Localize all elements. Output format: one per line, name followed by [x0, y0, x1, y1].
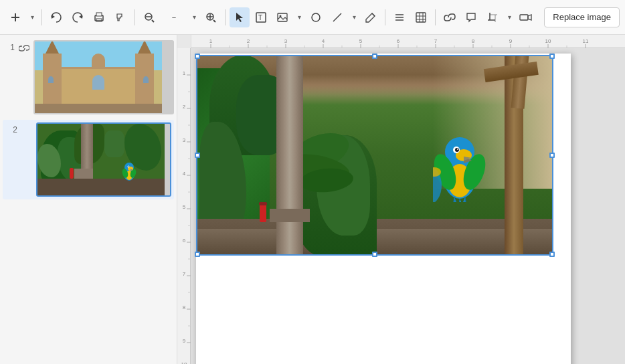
slide-panel: 1	[0, 35, 177, 364]
lines-tool-button[interactable]	[327, 7, 347, 27]
svg-text:8: 8	[183, 304, 186, 310]
svg-rect-5	[96, 13, 102, 16]
svg-line-20	[333, 13, 341, 21]
svg-marker-3	[79, 15, 82, 19]
svg-text:10: 10	[181, 361, 187, 364]
svg-text:T: T	[258, 14, 262, 21]
svg-text:7: 7	[183, 271, 186, 277]
table-button[interactable]	[411, 7, 431, 27]
slide-number-2: 2	[5, 122, 17, 134]
sep4	[385, 9, 385, 25]
align-button[interactable]	[389, 7, 410, 27]
redo-button[interactable]	[68, 7, 88, 27]
svg-line-13	[213, 20, 215, 22]
comment-button[interactable]	[461, 7, 481, 27]
select-tool-button[interactable]	[230, 7, 250, 27]
svg-rect-17	[278, 13, 287, 21]
paint-format-button[interactable]	[110, 7, 130, 27]
pencil-tool-button[interactable]	[361, 7, 381, 27]
crop-button[interactable]	[482, 7, 503, 27]
svg-rect-34	[520, 15, 528, 20]
undo-button[interactable]	[46, 7, 66, 27]
svg-text:11: 11	[583, 38, 589, 44]
parrot-svg	[433, 122, 486, 202]
svg-text:3: 3	[284, 38, 288, 44]
svg-point-111	[455, 148, 459, 152]
main-content: 1	[0, 35, 625, 364]
lines-dropdown-button[interactable]: ▾	[349, 7, 359, 27]
sep2	[135, 9, 135, 25]
sep1	[41, 9, 42, 25]
add-dropdown-button[interactable]: ▾	[27, 7, 37, 27]
add-button[interactable]	[5, 7, 25, 27]
svg-text:8: 8	[472, 38, 475, 44]
svg-text:2: 2	[183, 104, 186, 110]
toolbar: ▾ − ▾ T ▾ ▾	[0, 0, 625, 35]
svg-text:2: 2	[247, 38, 250, 44]
svg-text:6: 6	[183, 238, 186, 244]
svg-text:5: 5	[359, 38, 363, 44]
sep5	[435, 9, 436, 25]
svg-text:9: 9	[509, 38, 513, 44]
image-dropdown-button[interactable]: ▾	[294, 7, 304, 27]
slide-item-2[interactable]: 2	[3, 120, 174, 199]
crop-dropdown-button[interactable]: ▾	[504, 7, 515, 27]
image-tool-button[interactable]	[272, 7, 292, 27]
svg-marker-2	[52, 15, 55, 19]
selected-image-container[interactable]	[196, 55, 553, 256]
zoom-dropdown-button[interactable]: ▾	[189, 7, 199, 27]
h-ruler-svg: 1 2 3 4 5 6 7 8 9	[191, 35, 625, 48]
svg-text:9: 9	[183, 338, 186, 344]
horizontal-ruler: 1 2 3 4 5 6 7 8 9	[191, 35, 625, 48]
zoom-out-button[interactable]	[139, 7, 159, 27]
slide-background	[196, 54, 571, 364]
svg-text:4: 4	[183, 171, 186, 177]
shapes-tool-button[interactable]	[306, 7, 326, 27]
svg-marker-14	[236, 13, 243, 22]
print-button[interactable]	[89, 7, 109, 27]
v-ruler-svg: 1 2 3 4 5 6 7 8 9 10	[177, 48, 191, 364]
slide-content-area[interactable]	[191, 48, 625, 364]
svg-point-112	[457, 149, 458, 150]
svg-text:5: 5	[183, 204, 186, 210]
slide-thumbnail-1[interactable]	[33, 40, 174, 114]
replace-image-button[interactable]: Replace image	[544, 7, 620, 27]
svg-line-21	[372, 13, 375, 16]
link-button[interactable]	[440, 7, 460, 27]
svg-text:3: 3	[183, 137, 186, 143]
svg-point-42	[128, 166, 130, 167]
link-icon-slide1	[19, 43, 29, 54]
svg-text:4: 4	[322, 38, 325, 44]
slide-number-1: 1	[3, 40, 15, 52]
svg-line-9	[152, 20, 154, 22]
svg-text:1: 1	[209, 38, 213, 44]
svg-point-19	[312, 13, 320, 21]
svg-text:6: 6	[397, 38, 400, 44]
more-options-button[interactable]	[516, 7, 536, 27]
text-tool-button[interactable]: T	[251, 7, 271, 27]
sep3	[225, 9, 226, 25]
svg-text:7: 7	[434, 38, 438, 44]
zoom-in-button[interactable]	[201, 7, 221, 27]
svg-rect-25	[416, 13, 426, 22]
slide-thumbnail-2[interactable]	[36, 122, 171, 197]
slide-item-1[interactable]: 1	[3, 40, 174, 114]
zoom-level[interactable]: −	[161, 7, 187, 27]
svg-text:1: 1	[183, 70, 186, 76]
vertical-ruler: 1 2 3 4 5 6 7 8 9 10	[177, 48, 191, 364]
garden-image	[196, 55, 553, 256]
editor-area: 1 2 3 4 5 6 7 8 9	[177, 35, 625, 364]
svg-text:10: 10	[545, 38, 551, 44]
